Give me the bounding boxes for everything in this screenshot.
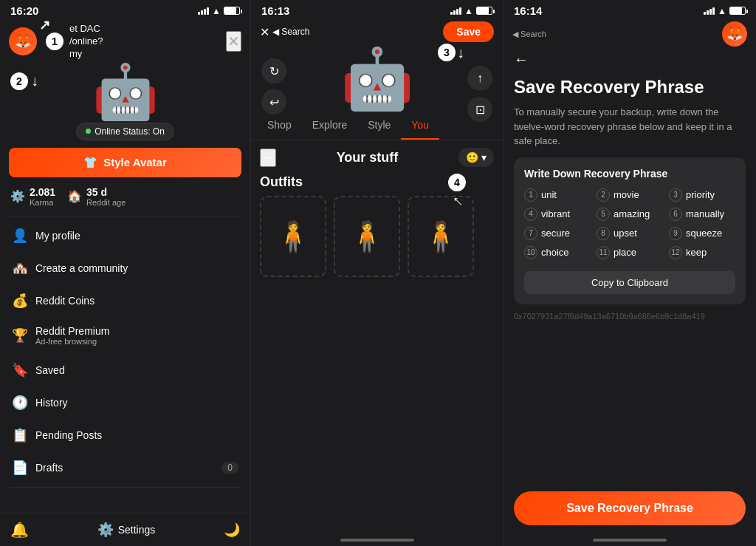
arrow-down-3: ↓ <box>457 44 464 61</box>
copy-clipboard-label: Copy to Clipboard <box>591 277 668 288</box>
tab-shop[interactable]: Shop <box>257 112 302 140</box>
wifi-icon-2: ▲ <box>464 6 473 16</box>
my-profile-label: My profile <box>35 230 238 242</box>
your-stuff-settings[interactable]: 🙂 ▾ <box>458 148 494 167</box>
user-avatar-3: 🦊 <box>722 21 747 47</box>
save-button-2[interactable]: Save <box>443 21 494 42</box>
premium-icon: 🏆 <box>12 327 27 344</box>
annotation-arrow-1: ↗ <box>39 17 50 33</box>
your-stuff-back[interactable]: ← <box>260 149 276 167</box>
arrow-annotation-4: ↑ <box>447 191 467 211</box>
wallet-address: 0x7027931a27f6d49a13a6710b9a686e6b9c1d8a… <box>514 312 746 321</box>
outfits-area: 🧍 🧍 🧍 4 ↑ <box>251 196 503 277</box>
divider-2 <box>9 487 241 488</box>
tab-explore[interactable]: Explore <box>302 112 357 140</box>
online-status-text: Online Status: On <box>94 126 165 137</box>
copy-button[interactable]: ⊡ <box>467 97 492 122</box>
saved-label: Saved <box>35 364 238 376</box>
wifi-icon-3: ▲ <box>718 6 726 16</box>
status-bar-2: 16:13 ▲ <box>251 0 503 18</box>
phrase-item-7: 7 secure <box>524 227 591 240</box>
saved-icon: 🔖 <box>12 362 27 378</box>
outfit-slot-2[interactable]: 🧍 <box>334 196 400 277</box>
home-indicator-2 <box>340 539 414 542</box>
your-stuff-section: ← Your stuff 🙂 ▾ <box>251 140 503 171</box>
undo-button[interactable]: ↩ <box>261 89 286 115</box>
wifi-icon: ▲ <box>212 6 221 16</box>
phrase-item-1: 1 unit <box>524 188 591 202</box>
divider-1 <box>9 216 241 216</box>
menu-item-my-profile[interactable]: 👤 My profile <box>3 219 247 252</box>
history-icon: 🕐 <box>12 395 27 411</box>
your-stuff-title: Your stuff <box>337 150 399 165</box>
drafts-label: Drafts <box>35 462 213 474</box>
save-recovery-button[interactable]: Save Recovery Phrase <box>514 491 746 525</box>
style-avatar-button[interactable]: 👕 Style Avatar <box>9 148 241 177</box>
bell-icon[interactable]: 🔔 <box>10 521 29 539</box>
back-row-3: ← <box>504 48 756 71</box>
drafts-badge: 0 <box>221 462 238 474</box>
phrase-item-5: 5 amazing <box>597 208 663 221</box>
phrase-item-4: 4 vibrant <box>524 208 591 221</box>
menu-item-drafts[interactable]: 📄 Drafts 0 <box>3 451 247 484</box>
tab-you[interactable]: You <box>401 112 439 140</box>
moon-icon[interactable]: 🌙 <box>224 522 240 538</box>
avatar-character: 🤖 <box>92 65 159 118</box>
panel-reddit-sidebar: 16:20 ▲ 🦊 ↗ 1 et DAC /online? my ✕ 🤖 <box>0 0 251 546</box>
karma-icon: ⚙️ <box>10 189 25 203</box>
outfit-slot-1[interactable]: 🧍 <box>260 196 326 277</box>
history-label: History <box>35 397 238 409</box>
panel3-header: ◀ Search 🦊 <box>504 18 756 48</box>
settings-item[interactable]: ⚙️ Settings <box>97 522 156 538</box>
copy-clipboard-button[interactable]: Copy to Clipboard <box>524 271 735 294</box>
menu-item-reddit-coins[interactable]: 💰 Reddit Coins <box>3 284 247 317</box>
karma-value: 2.081 <box>30 186 55 198</box>
menu-item-reddit-premium[interactable]: 🏆 Reddit Premium Ad-free browsing <box>3 317 247 354</box>
status-bar-3: 16:14 ▲ <box>504 0 756 18</box>
panel2-header: ✕ ◀ Search Save <box>251 18 503 44</box>
menu-item-saved[interactable]: 🔖 Saved <box>3 354 247 386</box>
signal-icon-2 <box>450 7 461 15</box>
time-3: 16:14 <box>514 4 542 17</box>
recovery-box-title: Write Down Recovery Phrase <box>524 168 735 180</box>
settings-label: Settings <box>118 524 156 536</box>
phrase-item-10: 10 choice <box>524 246 591 259</box>
upload-button[interactable]: ↑ <box>467 66 492 91</box>
premium-sub: Ad-free browsing <box>35 337 238 346</box>
age-icon: 🏠 <box>67 189 82 203</box>
menu-item-history[interactable]: 🕐 History <box>3 386 247 419</box>
online-status-badge[interactable]: Online Status: On <box>76 123 174 140</box>
karma-label: Karma <box>30 198 55 207</box>
reddit-coins-label: Reddit Coins <box>35 295 238 307</box>
avatar-placeholder-2: 🧍 <box>348 219 385 254</box>
karma-stat: ⚙️ 2.081 Karma <box>10 186 55 207</box>
battery-icon <box>224 7 240 15</box>
avatar[interactable]: 🦊 <box>9 27 37 55</box>
back-button-3[interactable]: ← <box>514 51 529 67</box>
battery-icon-3 <box>729 7 746 15</box>
annotation-4-group: 4 ↑ <box>448 174 466 211</box>
menu-item-pending-posts[interactable]: 📋 Pending Posts <box>3 419 247 451</box>
rotate-button[interactable]: ↻ <box>261 58 286 83</box>
panel-recovery-phrase: 16:14 ▲ ◀ Search 🦊 ← Save Recovery Phras… <box>504 0 756 546</box>
tab-style[interactable]: Style <box>357 112 401 140</box>
bottom-bar-1: 🔔 ⚙️ Settings 🌙 <box>0 513 250 546</box>
status-icons-3: ▲ <box>704 6 746 16</box>
phrase-item-3: 3 priority <box>669 188 735 202</box>
annotation-2-group: 2 ↓ <box>10 72 38 90</box>
status-bar-1: 16:20 ▲ <box>0 0 250 18</box>
premium-title: Reddit Premium <box>35 325 238 337</box>
menu-item-create-community[interactable]: 🏘️ Create a community <box>3 252 247 284</box>
avatar-placeholder-1: 🧍 <box>275 219 312 254</box>
phrase-item-6: 6 manually <box>669 208 735 221</box>
drafts-icon: 📄 <box>12 460 27 476</box>
close-button[interactable]: ✕ <box>226 31 241 52</box>
editor-avatar-character: 🤖 <box>340 50 414 109</box>
recovery-content: Save Recovery Phrase To manually secure … <box>504 71 756 332</box>
menu-list: 👤 My profile 🏘️ Create a community 💰 Red… <box>0 219 250 484</box>
editor-controls: ↑ ⊡ <box>467 66 492 122</box>
back-button-2[interactable]: ✕ <box>260 25 269 39</box>
online-dot <box>86 129 91 134</box>
coins-icon: 💰 <box>12 293 27 309</box>
arrow-down: ↓ <box>31 72 38 89</box>
